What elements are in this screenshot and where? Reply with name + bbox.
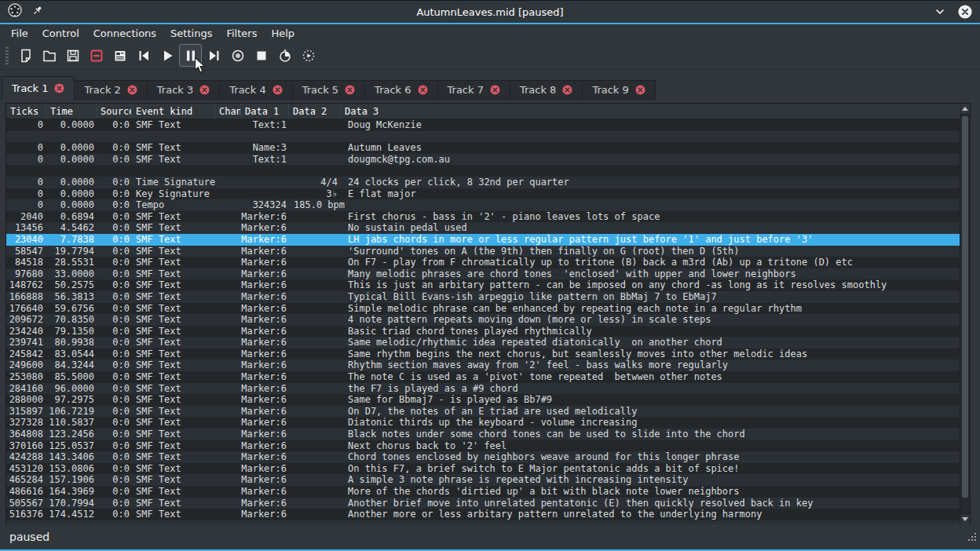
table-row[interactable] — [6, 131, 960, 143]
timer-button[interactable] — [273, 44, 296, 67]
table-row[interactable]: 00.00000:0SMF TextText:1Doug McKenzie — [6, 119, 960, 131]
skip-backward-button[interactable] — [132, 44, 155, 67]
cell-event: SMF Text — [132, 257, 215, 268]
cell-source: 0:0 — [97, 177, 132, 188]
table-row[interactable]: 516376174.45120:0SMF TextMarker:6Another… — [6, 509, 960, 520]
table-row[interactable]: 17664059.67560:0SMF TextMarker:6Simple m… — [6, 303, 960, 315]
table-row[interactable]: 24584283.05440:0SMF TextMarker:6Same rhy… — [6, 348, 960, 360]
vertical-scrollbar[interactable] — [960, 104, 970, 524]
column-header-data3[interactable]: Data 3 — [341, 104, 960, 119]
scrollbar-down-button[interactable] — [960, 513, 970, 524]
tab-close-icon[interactable] — [199, 85, 210, 95]
table-row[interactable]: 00.00000:0Tempo324324185.0 bpm — [6, 199, 960, 211]
tab-track-8[interactable]: Track 8 — [510, 80, 583, 100]
titlebar[interactable]: AutumnLeaves.mid [paused] — [0, 1, 980, 23]
tab-track-3[interactable]: Track 3 — [148, 80, 220, 100]
open-file-button[interactable] — [38, 44, 60, 67]
menu-settings[interactable]: Settings — [163, 26, 219, 41]
table-row[interactable]: 315897106.72190:0SMF TextMarker:6On D7, … — [6, 406, 960, 418]
resize-grip-icon[interactable] — [966, 532, 977, 546]
pause-icon — [183, 48, 199, 64]
table-row-selected[interactable]: 230407.78380:0SMF TextMarker:6LH jabs ch… — [6, 234, 960, 246]
menu-connections[interactable]: Connections — [86, 26, 163, 41]
table-row[interactable]: 5854719.77940:0SMF TextMarker:6'Surround… — [6, 246, 960, 257]
tab-close-icon[interactable] — [54, 83, 64, 93]
skip-forward-button[interactable] — [203, 44, 225, 67]
menu-help[interactable]: Help — [264, 26, 302, 41]
table-row[interactable]: 14876250.25750:0SMF TextMarker:6This is … — [6, 279, 960, 291]
new-file-button[interactable] — [14, 44, 37, 67]
toolbar-drag-handle[interactable] — [5, 47, 9, 64]
table-row[interactable]: 8451828.55310:0SMF TextMarker:6On F7 - p… — [6, 257, 960, 268]
table-row[interactable]: 20967270.83500:0SMF TextMarker:64 note p… — [6, 314, 960, 326]
table-row[interactable]: 25308085.50000:0SMF TextMarker:6The note… — [6, 371, 960, 383]
column-header-data2[interactable]: Data 2 — [289, 104, 341, 119]
table-row[interactable]: 00.00000:0Time Signature4/424 clocks per… — [6, 177, 960, 188]
column-header-ticks[interactable]: Ticks — [6, 104, 46, 119]
tab-track-5[interactable]: Track 5 — [293, 80, 365, 100]
table-row[interactable] — [6, 165, 960, 177]
column-header-time[interactable]: Time — [46, 104, 97, 119]
tab-close-icon[interactable] — [418, 85, 428, 95]
tab-track-7[interactable]: Track 7 — [438, 80, 510, 100]
close-file-button[interactable] — [85, 44, 108, 67]
table-row[interactable]: 327328110.58370:0SMF TextMarker:6Diatoni… — [6, 417, 960, 429]
table-row[interactable]: 465284157.19060:0SMF TextMarker:6A simpl… — [6, 474, 960, 486]
record-button[interactable] — [226, 44, 249, 67]
chevron-down-icon[interactable] — [932, 4, 948, 20]
play-button[interactable] — [155, 44, 178, 67]
event-list-button[interactable] — [108, 44, 131, 67]
column-header-source[interactable]: Source — [97, 104, 132, 119]
column-header-data1[interactable]: Data 1 — [241, 104, 289, 119]
column-header-event[interactable]: Event kind — [132, 104, 215, 119]
tab-close-icon[interactable] — [562, 85, 572, 95]
menu-control[interactable]: Control — [35, 26, 86, 41]
stop-button[interactable] — [250, 44, 272, 67]
tab-close-icon[interactable] — [272, 85, 283, 95]
tab-track-1[interactable]: Track 1 — [2, 76, 75, 100]
table-row[interactable]: 28416096.00000:0SMF TextMarker:6the F7 i… — [6, 383, 960, 395]
column-header-chan[interactable]: Chan — [215, 104, 241, 119]
pause-button[interactable] — [179, 44, 202, 67]
table-row[interactable]: 505567170.79940:0SMF TextMarker:6Another… — [6, 498, 960, 509]
table-row[interactable]: 453120153.08060:0SMF TextMarker:6On this… — [6, 463, 960, 475]
cell-data3: Same for Bbmaj7 - is played as Bb7#9 — [341, 394, 960, 406]
tab-close-icon[interactable] — [345, 85, 355, 95]
tab-close-icon[interactable] — [635, 85, 645, 95]
table-row[interactable]: 20400.68940:0SMF TextMarker:6First choru… — [6, 211, 960, 223]
tab-track-2[interactable]: Track 2 — [75, 80, 147, 100]
table-row[interactable]: 424288143.34060:0SMF TextMarker:6Chord t… — [6, 451, 960, 463]
table-row[interactable]: 486616164.39690:0SMF TextMarker:6More of… — [6, 486, 960, 498]
table-row[interactable]: 16688856.38130:0SMF TextMarker:6Typical … — [6, 291, 960, 303]
tab-track-9[interactable]: Track 9 — [583, 80, 655, 100]
pin-icon[interactable] — [31, 5, 43, 20]
table-row[interactable]: 364808123.24560:0SMF TextMarker:6Black n… — [6, 429, 960, 440]
table-row[interactable]: 00.00000:0Key Signature3♭E flat major — [6, 188, 960, 200]
menu-filters[interactable]: Filters — [219, 26, 264, 41]
cell-ticks: 453120 — [6, 463, 46, 475]
tab-close-icon[interactable] — [490, 85, 500, 95]
cell-ticks — [6, 131, 46, 143]
cell-ticks: 284160 — [6, 383, 46, 395]
menu-file[interactable]: File — [4, 26, 35, 41]
timer-play-button[interactable] — [297, 44, 320, 67]
table-row[interactable]: 00.00000:0SMF TextText:1dougmck@tpg.com.… — [6, 154, 960, 166]
tab-track-4[interactable]: Track 4 — [220, 80, 292, 100]
save-file-button[interactable] — [61, 44, 84, 67]
table-row[interactable]: 28800097.29750:0SMF TextMarker:6Same for… — [6, 394, 960, 406]
scrollbar-thumb[interactable] — [962, 116, 968, 498]
table-row[interactable]: 9768033.00000:0SMF TextMarker:6Many melo… — [6, 268, 960, 280]
table-row[interactable]: 24960084.32440:0SMF TextMarker:6Rhythm s… — [6, 359, 960, 371]
cell-event: SMF Text — [132, 326, 215, 338]
table-row[interactable]: 23974180.99380:0SMF TextMarker:6Same mel… — [6, 337, 960, 348]
cell-data2: 3♭ — [289, 188, 341, 200]
table-row[interactable]: 134564.54620:0SMF TextMarker:6No sustain… — [6, 222, 960, 234]
tab-close-icon[interactable] — [127, 85, 137, 95]
table-row[interactable]: 23424079.13500:0SMF TextMarker:6Basic tr… — [6, 326, 960, 338]
close-window-icon[interactable] — [957, 4, 973, 20]
table-row[interactable]: 370160125.05370:0SMF TextMarker:6Next ch… — [6, 440, 960, 452]
scrollbar-up-button[interactable] — [960, 104, 970, 115]
tab-track-6[interactable]: Track 6 — [365, 80, 437, 100]
table-row[interactable]: 00.00000:0SMF TextName:3Autumn Leaves — [6, 142, 960, 154]
cell-time: 110.5837 — [46, 417, 97, 429]
